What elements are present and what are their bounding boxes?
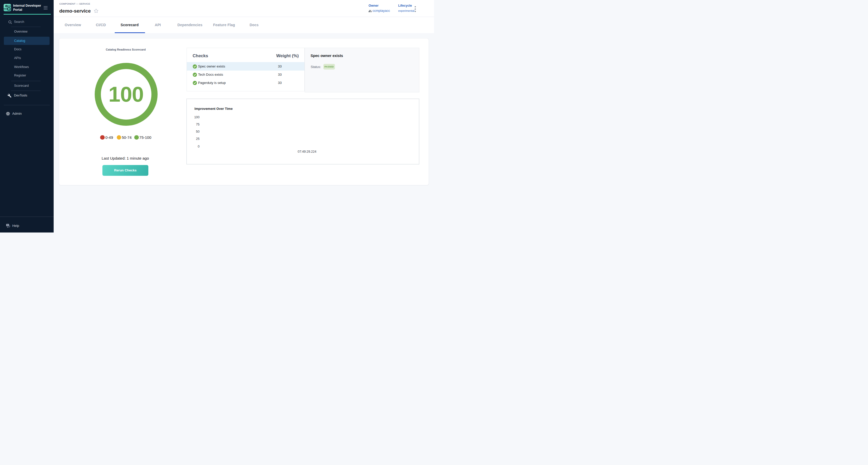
svg-text:?: ? xyxy=(7,224,8,226)
